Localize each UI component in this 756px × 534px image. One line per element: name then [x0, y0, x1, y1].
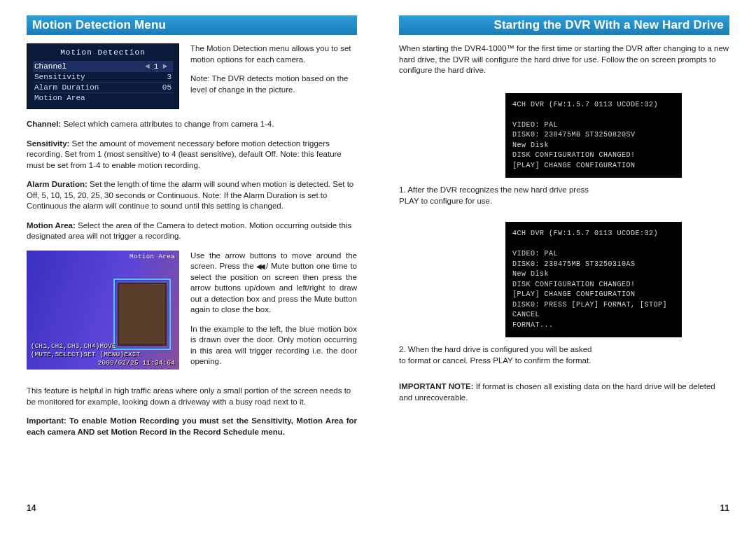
terminal-caption-2: 2. When the hard drive is configured you…	[399, 344, 595, 366]
def-sensitivity: Sensitivity: Set the amount of movement …	[27, 139, 357, 171]
menu-row-channel-label: Channel	[34, 62, 66, 71]
def-channel: Channel: Select which camera attributes …	[27, 119, 357, 130]
menu-row-sensitivity-label: Sensitivity	[34, 73, 85, 81]
motion-area-caption-2: (MUTE,SELECT)SET (MENU)EXIT	[31, 351, 141, 358]
menu-title: Motion Detection	[33, 48, 173, 57]
right-intro: When starting the DVR4-1000™ for the fir…	[399, 43, 729, 76]
menu-row-sensitivity-value: 3	[167, 73, 172, 81]
terminal-caption-1: 1. After the DVR recognizes the new hard…	[399, 185, 595, 206]
motion-detection-menu-screenshot: Motion Detection Channel ◄1► Sensitivity…	[27, 43, 179, 109]
left-arrow-icon: ◄	[141, 62, 154, 71]
intro-text-1: The Motion Detection menu allows you to …	[190, 43, 357, 65]
terminal-screenshot-1: 4CH DVR (FW:1.5.7 0113 UCODE:32) VIDEO: …	[505, 93, 682, 178]
right-page: Starting the DVR With a New Hard Drive W…	[378, 0, 756, 534]
motion-area-title: Motion Area	[130, 253, 175, 260]
rewind-icon	[256, 261, 263, 272]
section-header-right: Starting the DVR With a New Hard Drive	[399, 15, 729, 35]
terminal-screenshot-2: 4CH DVR (FW:1.5.7 0113 UCODE:32) VIDEO: …	[505, 222, 682, 337]
important-note-left: Important: To enable Motion Recording yo…	[27, 416, 357, 437]
arrow-instructions: Use the arrow buttons to move around the…	[190, 251, 357, 316]
helpful-text: This feature is helpful in high traffic …	[27, 386, 357, 407]
important-note-right: IMPORTANT NOTE: If format is chosen all …	[399, 381, 729, 403]
menu-row-area-label: Motion Area	[34, 94, 85, 102]
def-motion-area: Motion Area: Select the area of the Came…	[27, 220, 357, 242]
intro-text-2: Note: The DVR detects motion based on th…	[190, 73, 357, 95]
motion-area-caption-1: (CH1,CH2,CH3,CH4)MOVE	[31, 343, 116, 350]
motion-detection-box	[113, 279, 171, 350]
example-text: In the example to the left, the blue mot…	[190, 324, 357, 367]
left-page: Motion Detection Menu Motion Detection C…	[0, 0, 378, 534]
page-number-right: 11	[720, 503, 729, 513]
menu-row-alarm-value: 05	[162, 83, 172, 92]
page-number-left: 14	[27, 503, 36, 513]
right-arrow-icon: ►	[158, 62, 172, 71]
motion-area-screenshot: Motion Area (CH1,CH2,CH3,CH4)MOVE (MUTE,…	[27, 251, 179, 370]
section-header-left: Motion Detection Menu	[27, 15, 357, 35]
motion-area-timestamp: 2009/02/25 11:34:04	[98, 360, 175, 367]
def-alarm-duration: Alarm Duration: Set the length of time t…	[27, 179, 357, 212]
menu-row-alarm-label: Alarm Duration	[34, 83, 99, 92]
